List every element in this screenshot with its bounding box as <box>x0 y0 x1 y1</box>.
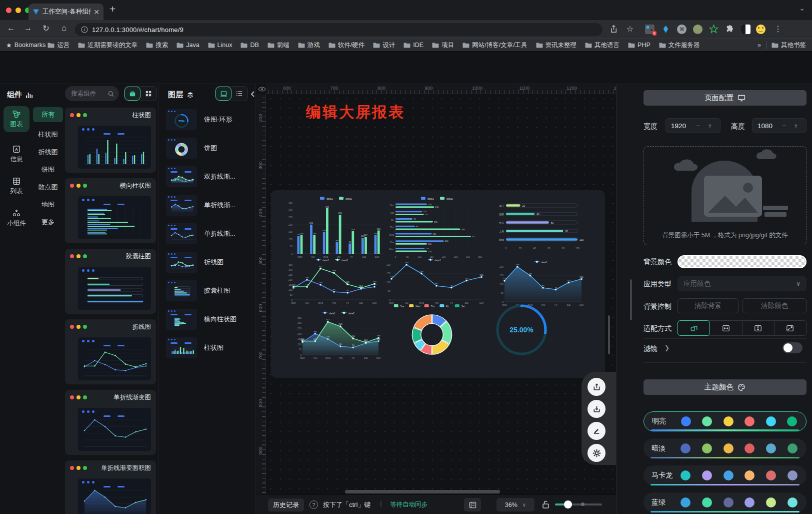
zoom-slider-knob[interactable] <box>564 500 572 508</box>
bg-color-swatch[interactable] <box>678 255 806 268</box>
vertical-scrollbar[interactable] <box>608 315 610 354</box>
window-chevron-icon[interactable]: ⌄ <box>799 4 805 12</box>
fit-height-option[interactable] <box>742 321 774 335</box>
sidebar-tab-info[interactable]: A信息 <box>4 141 30 167</box>
new-tab-button[interactable]: + <box>110 3 116 15</box>
chart-single-line-gradient-area[interactable]: 050100150200data11202001508070110130MonT… <box>496 259 584 307</box>
height-stepper[interactable]: 1080− + <box>752 118 806 133</box>
category-item[interactable]: 折线图 <box>33 148 63 157</box>
extension-icon[interactable]: ⌘ <box>677 25 686 34</box>
chart-single-line[interactable]: 050100150200data11202001508070110130MonT… <box>383 257 484 305</box>
background-upload-dropzone[interactable]: 背景图需小于 5M ，格式为 png/jpg/gif 的文件 <box>644 146 806 245</box>
lock-icon[interactable] <box>542 500 550 509</box>
sidebar-tab-widget[interactable]: 小组件 <box>4 205 30 231</box>
extension-icon[interactable] <box>741 25 750 34</box>
chart-capsule-bar[interactable]: 厦门20南阳40北京60上海80新疆100020406080100 <box>492 199 590 251</box>
bookmark-item[interactable]: 运营 <box>48 41 70 50</box>
bookmark-item[interactable]: 项目 <box>432 41 454 50</box>
filter-toggle[interactable] <box>782 342 802 353</box>
back-button[interactable]: ← <box>5 24 17 33</box>
bookmark-item[interactable]: 设计 <box>373 41 395 50</box>
bookmark-item[interactable]: 其他语言 <box>585 41 620 50</box>
help-icon[interactable]: ? <box>310 500 318 509</box>
site-info-icon[interactable] <box>81 26 88 33</box>
sidebar-tab-chart[interactable]: 图表 <box>4 106 30 132</box>
layer-item[interactable]: 双折线渐... <box>166 166 251 190</box>
theme-row-明亮[interactable]: 明亮 <box>644 411 806 431</box>
layer-item[interactable]: 横向柱状图 <box>166 309 251 333</box>
width-stepper[interactable]: 1920− + <box>666 118 720 133</box>
bookmark-item[interactable]: 游戏 <box>298 41 320 50</box>
bookmark-item[interactable]: Linux <box>208 42 232 49</box>
bookmark-item[interactable]: 搜索 <box>146 41 168 50</box>
bookmark-item[interactable]: 软件/硬件 <box>328 41 364 50</box>
theme-row-蓝绿[interactable]: 蓝绿 <box>644 492 806 512</box>
bookmark-item[interactable]: 近期需要读的文章 <box>78 41 138 50</box>
component-card[interactable]: 折线图 <box>65 319 156 384</box>
bookmarks-manager[interactable]: ★Bookmarks <box>6 42 46 49</box>
layer-item[interactable]: 柱状图 <box>166 337 251 361</box>
grid-view-toggle[interactable] <box>140 87 156 101</box>
layer-item[interactable]: 75%饼图-环形 <box>166 109 251 133</box>
changelog-button[interactable] <box>464 498 481 511</box>
browser-tab[interactable]: 工作空间-各种组件 ✕ <box>28 4 104 20</box>
component-card[interactable]: 柱状图 <box>65 108 156 173</box>
collapse-panel-chevron-icon[interactable] <box>250 91 255 98</box>
single-view-toggle[interactable] <box>124 87 140 101</box>
bookmark-item[interactable]: 网站/博客/文章/工具 <box>462 41 527 50</box>
category-item[interactable]: 饼图 <box>33 165 63 174</box>
zoom-slider[interactable] <box>555 503 602 505</box>
bookmark-item[interactable]: 资讯未整理 <box>536 41 577 50</box>
list-view-toggle[interactable] <box>232 87 248 101</box>
browser-menu-icon[interactable]: ⋮ <box>772 24 784 34</box>
canvas-text-title[interactable]: 编辑大屏报表 <box>306 102 405 123</box>
bookmark-item[interactable]: Java <box>176 42 199 49</box>
chart-double-line[interactable]: 050100150200250300350data1data2120200150… <box>285 257 377 305</box>
window-close-button[interactable] <box>6 8 12 13</box>
bookmark-item[interactable]: 文件服务器 <box>659 41 700 50</box>
category-item[interactable]: 散点图 <box>33 183 63 192</box>
layer-item[interactable]: 饼图 <box>166 138 251 162</box>
component-card[interactable]: 单折线渐变面积图 <box>65 460 156 514</box>
extension-icon[interactable]: 9 <box>645 25 654 34</box>
fit-width-option[interactable] <box>710 321 742 335</box>
tab-close-icon[interactable]: ✕ <box>94 8 100 16</box>
history-button[interactable]: 历史记录 <box>268 498 304 511</box>
edit-button[interactable] <box>588 422 606 440</box>
forward-button[interactable]: → <box>22 24 34 33</box>
stepper-minus-plus-icons[interactable]: − + <box>782 122 801 130</box>
other-bookmarks-folder[interactable]: 其他书签 <box>772 41 806 50</box>
bookmark-item[interactable]: PHP <box>628 42 650 49</box>
share-icon[interactable] <box>609 25 618 34</box>
extensions-puzzle-icon[interactable] <box>725 25 734 34</box>
extension-icon[interactable] <box>661 25 670 34</box>
layer-item[interactable]: 胶囊柱图 <box>166 280 251 304</box>
category-item[interactable]: 更多 <box>33 218 63 227</box>
zoom-level-select[interactable]: 36%∨ <box>496 498 534 511</box>
layer-item[interactable]: 折线图 <box>166 252 251 276</box>
address-bar[interactable]: 127.0.0.1:3000/#/chart/home/9 <box>75 23 602 36</box>
theme-row-暗淡[interactable]: 暗淡 <box>644 438 806 458</box>
window-minimize-button[interactable] <box>16 8 21 13</box>
search-input[interactable] <box>70 90 105 98</box>
component-card[interactable]: 横向柱状图 <box>65 178 156 243</box>
thumbnail-view-toggle[interactable] <box>216 87 232 101</box>
export-button[interactable] <box>588 378 606 396</box>
category-item[interactable]: 地图 <box>33 200 63 209</box>
fit-scale-option[interactable] <box>678 320 710 336</box>
horizontal-scrollbar[interactable] <box>345 490 500 493</box>
home-button[interactable]: ⌂ <box>58 24 70 33</box>
chart-grouped-bar[interactable]: 050100150200250300350data1data2120130Mon… <box>285 195 385 259</box>
category-item[interactable]: 柱状图 <box>33 130 63 139</box>
layer-item[interactable]: 单折线渐... <box>166 223 251 247</box>
extension-icon[interactable] <box>709 25 718 34</box>
bookmark-item[interactable]: DB <box>240 42 258 49</box>
category-item[interactable]: 所有 <box>33 107 63 122</box>
chart-horizontal-bar[interactable]: 050100150200250300350data1data2Sun130160… <box>384 195 488 259</box>
bookmark-item[interactable]: IDE <box>404 42 424 49</box>
component-search[interactable] <box>65 86 119 101</box>
theme-row-马卡龙[interactable]: 马卡龙 <box>644 465 806 485</box>
dashboard-group[interactable]: 050100150200250300350data1data2120130Mon… <box>271 190 605 378</box>
app-type-select[interactable]: 应用颜色∨ <box>678 276 806 291</box>
bookmarks-overflow-chevron[interactable]: » <box>758 42 761 49</box>
